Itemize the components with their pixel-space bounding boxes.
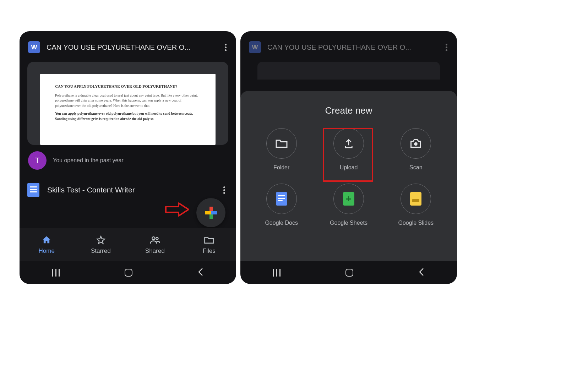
more-options-button	[442, 44, 451, 51]
camera-icon	[401, 128, 431, 159]
create-folder-label: Folder	[273, 164, 289, 171]
create-folder-option[interactable]: Folder	[250, 128, 313, 171]
nav-files[interactable]: Files	[182, 228, 236, 261]
create-new-fab[interactable]	[196, 198, 225, 227]
preview-paragraph-2: You can apply polyurethane over old poly…	[55, 111, 201, 121]
recents-button[interactable]	[52, 269, 60, 277]
file-header-row[interactable]: W CAN YOU USE POLYURETHANE OVER O...	[20, 31, 236, 58]
google-slides-icon	[401, 184, 431, 214]
create-sheets-label: Google Sheets	[330, 220, 368, 226]
google-docs-icon	[266, 184, 297, 214]
activity-text: You opened in the past year	[53, 157, 124, 164]
back-button[interactable]	[197, 267, 204, 278]
google-sheets-icon	[333, 184, 364, 214]
file-header-row-dimmed: W CAN YOU USE POLYURETHANE OVER O...	[240, 31, 457, 58]
document-preview-card[interactable]: CAN YOU APPLY POLYURETHANE OVER OLD POLY…	[27, 62, 228, 145]
annotation-highlight-box	[323, 128, 373, 182]
svg-point-0	[152, 237, 155, 240]
nav-starred[interactable]: Starred	[74, 228, 128, 261]
android-system-nav	[20, 261, 236, 284]
file-name: Skills Test - Content Writer	[47, 186, 212, 194]
create-scan-label: Scan	[409, 164, 422, 171]
nav-home[interactable]: Home	[20, 228, 74, 261]
svg-point-2	[414, 142, 418, 146]
star-icon	[96, 235, 106, 245]
bottom-nav: Home Starred Shared Files	[20, 228, 236, 261]
file-more-button[interactable]	[220, 186, 228, 194]
user-avatar: T	[28, 151, 47, 170]
nav-shared-label: Shared	[145, 247, 165, 255]
preview-paragraph-1: Polyurethane is a durable clear coat use…	[55, 93, 201, 109]
android-system-nav	[240, 261, 457, 284]
plus-icon	[205, 207, 217, 219]
create-docs-option[interactable]: Google Docs	[250, 184, 313, 226]
file-title: CAN YOU USE POLYURETHANE OVER O...	[267, 43, 436, 51]
svg-point-1	[156, 237, 158, 240]
google-docs-icon	[27, 183, 39, 197]
shared-icon	[149, 235, 160, 245]
word-file-icon: W	[249, 41, 261, 53]
activity-row: T You opened in the past year	[20, 149, 236, 175]
document-thumbnail: CAN YOU APPLY POLYURETHANE OVER OLD POLY…	[40, 74, 216, 145]
nav-starred-label: Starred	[91, 247, 111, 255]
sheet-title: Create new	[250, 105, 448, 116]
folder-icon	[204, 235, 214, 245]
nav-home-label: Home	[39, 247, 55, 255]
home-icon	[41, 235, 52, 245]
recents-button[interactable]	[273, 269, 281, 277]
more-options-button[interactable]	[221, 44, 230, 51]
folder-icon	[266, 128, 297, 159]
create-scan-option[interactable]: Scan	[384, 128, 448, 171]
create-new-sheet-screen: W CAN YOU USE POLYURETHANE OVER O... Cre…	[240, 31, 457, 284]
create-slides-label: Google Slides	[398, 220, 434, 226]
nav-shared[interactable]: Shared	[128, 228, 182, 261]
drive-home-screen: W CAN YOU USE POLYURETHANE OVER O... CAN…	[20, 31, 236, 284]
home-button[interactable]	[345, 269, 353, 277]
create-slides-option[interactable]: Google Slides	[384, 184, 448, 226]
create-new-bottom-sheet: Create new Folder Upload	[240, 91, 457, 261]
file-title: CAN YOU USE POLYURETHANE OVER O...	[47, 43, 215, 51]
home-button[interactable]	[125, 269, 132, 277]
word-file-icon: W	[28, 41, 40, 53]
annotation-arrow	[165, 202, 190, 217]
create-docs-label: Google Docs	[265, 220, 298, 226]
preview-heading: CAN YOU APPLY POLYURETHANE OVER OLD POLY…	[55, 84, 201, 89]
back-button[interactable]	[418, 267, 425, 278]
create-sheets-option[interactable]: Google Sheets	[317, 184, 380, 226]
dimmed-preview	[257, 62, 440, 80]
nav-files-label: Files	[203, 247, 216, 255]
